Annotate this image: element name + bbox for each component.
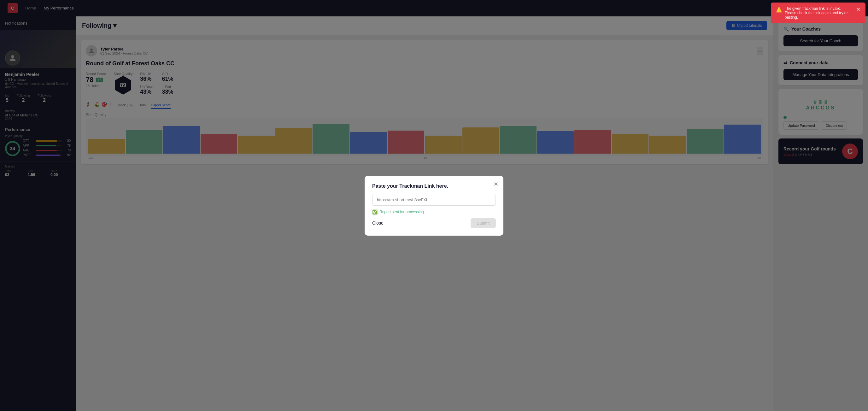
modal-footer: Close Submit — [372, 218, 496, 228]
success-checkmark-icon: ✅ — [372, 210, 377, 215]
toast-message: The given trackman link is invalid. Plea… — [785, 6, 854, 20]
modal-close-button[interactable]: Close — [372, 220, 383, 225]
error-toast: ⚠️ The given trackman link is invalid. P… — [771, 2, 866, 23]
modal-close-x-button[interactable]: ✕ — [494, 181, 498, 188]
modal-success-message: ✅ Report sent for processing — [372, 210, 496, 215]
modal-title: Paste your Trackman Link here. — [372, 183, 496, 189]
toast-close-button[interactable]: ✕ — [856, 6, 861, 12]
trackman-link-input[interactable] — [372, 194, 496, 205]
modal-overlay[interactable]: Paste your Trackman Link here. ✕ ✅ Repor… — [0, 0, 868, 411]
success-message-text: Report sent for processing — [379, 210, 424, 214]
trackman-modal: Paste your Trackman Link here. ✕ ✅ Repor… — [365, 176, 503, 235]
modal-submit-button[interactable]: Submit — [471, 218, 496, 228]
toast-warning-icon: ⚠️ — [776, 7, 782, 12]
